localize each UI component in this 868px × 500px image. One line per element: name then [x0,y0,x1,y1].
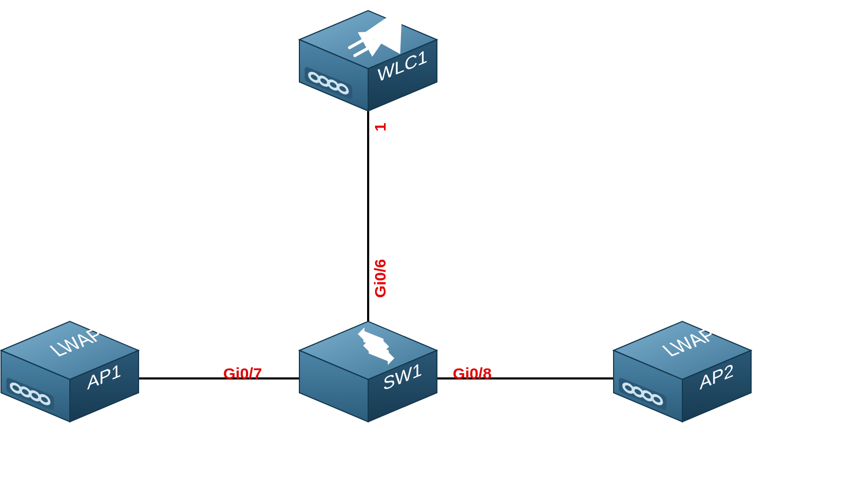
port-wlc1-1: 1 [371,123,389,132]
port-sw1-gi06: Gi0/6 [371,259,389,298]
diagram-canvas: 1 Gi0/6 Gi0/7 Gi0/8 [0,0,868,500]
device-sw1: SW1 [299,321,437,422]
port-sw1-gi08: Gi0/8 [453,365,491,383]
port-sw1-gi07: Gi0/7 [223,365,262,383]
link-wlc1-sw1 [367,106,369,338]
device-wlc1: WLC1 [299,11,437,111]
link-ap1-sw1 [122,377,312,379]
device-ap2: LWAP AP2 [614,321,751,422]
device-ap1: LWAP AP1 [1,321,139,422]
